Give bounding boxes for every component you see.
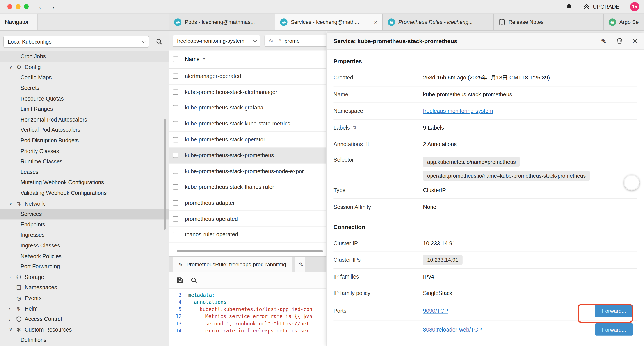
tab-prometheus-rules[interactable]: ⎈ Prometheus Rules - icecheng... xyxy=(383,13,494,30)
sidebar-item-vertical-pod-autoscalers[interactable]: Vertical Pod Autoscalers xyxy=(0,125,169,135)
close-tab-icon[interactable]: × xyxy=(371,18,378,25)
port-link-9090[interactable]: 9090/TCP xyxy=(423,308,448,314)
avatar[interactable] xyxy=(624,175,640,190)
dock-tab-prometheusrule[interactable]: ✎ PrometheusRule: freeleaps-prod-rabbitm… xyxy=(172,257,292,272)
table-row[interactable]: alertmanager-operated xyxy=(169,68,326,84)
row-checkbox[interactable] xyxy=(173,232,178,237)
sidebar-item-namespaces[interactable]: ❏ Namespaces xyxy=(0,282,169,293)
sidebar-search-icon[interactable] xyxy=(154,36,164,46)
upgrade-button[interactable]: UPGRADE xyxy=(583,3,619,10)
row-checkbox[interactable] xyxy=(173,200,178,205)
sidebar-item-events[interactable]: ◷ Events xyxy=(0,293,169,303)
forward-icon[interactable]: → xyxy=(47,3,58,10)
navigator-zone: Navigator xyxy=(0,13,169,30)
navigator-sidebar: Local Kubeconfigs Cron Jobs ∨ ⚙ Config C… xyxy=(0,31,169,346)
table-row-selected[interactable]: kube-prometheus-stack-prometheus xyxy=(169,148,326,163)
namespace-select[interactable]: freeleaps-monitoring-system xyxy=(172,34,260,46)
back-icon[interactable]: ← xyxy=(36,3,47,10)
table-row[interactable]: prometheus-operated xyxy=(169,211,326,227)
sidebar-item-config-maps[interactable]: Config Maps xyxy=(0,72,169,83)
line-number: 3 xyxy=(169,292,186,298)
close-window-button[interactable] xyxy=(8,4,12,9)
minimize-window-button[interactable] xyxy=(16,4,20,9)
row-checkbox[interactable] xyxy=(173,184,178,190)
sidebar-item-network[interactable]: ∨ ⇅ Network xyxy=(0,198,169,209)
sidebar-item-resource-quotas[interactable]: Resource Quotas xyxy=(0,93,169,104)
sidebar-item-storage[interactable]: › ⛁ Storage xyxy=(0,272,169,282)
sidebar-scrollbar[interactable] xyxy=(164,119,166,230)
custom-resources-icon: ✱ xyxy=(16,327,24,333)
table-row[interactable]: kube-prometheus-stack-kube-state-metrics xyxy=(169,116,326,132)
sidebar-item-custom-resources[interactable]: ∨ ✱ Custom Resources xyxy=(0,324,169,335)
table-row[interactable]: prometheus-adapter xyxy=(169,195,326,211)
config-icon: ⚙ xyxy=(16,64,24,70)
row-checkbox[interactable] xyxy=(173,89,178,95)
tab-argo[interactable]: ⎈ Argo Se xyxy=(604,13,644,30)
row-checkbox[interactable] xyxy=(173,169,178,174)
code-line: metadata: xyxy=(186,292,215,298)
table-row[interactable]: kube-prometheus-stack-thanos-ruler xyxy=(169,179,326,195)
table-row[interactable]: thanos-ruler-operated xyxy=(169,227,326,243)
sidebar-item-cron-jobs[interactable]: Cron Jobs xyxy=(0,51,169,62)
horizontal-scrollbar[interactable] xyxy=(177,250,323,252)
regex-toggle[interactable]: .* xyxy=(278,38,281,43)
column-header-name[interactable]: Name xyxy=(185,56,200,62)
row-checkbox[interactable] xyxy=(173,137,178,142)
row-checkbox[interactable] xyxy=(173,74,178,79)
sidebar-item-definitions[interactable]: Definitions xyxy=(0,335,169,345)
port-link-8080-reloader-web[interactable]: 8080:reloader-web/TCP xyxy=(423,327,482,333)
tab-pods[interactable]: ⎈ Pods - icecheng@mathmas... xyxy=(169,13,275,30)
code-line: Metrics service error rate is {{ $va xyxy=(186,314,312,319)
expand-labels-icon[interactable]: ⇅ xyxy=(353,125,356,130)
sidebar-item-horizontal-pod-autoscalers[interactable]: Horizontal Pod Autoscalers xyxy=(0,114,169,125)
table-row[interactable]: kube-prometheus-stack-alertmanager xyxy=(169,84,326,100)
forward-button[interactable]: Forward... xyxy=(595,305,633,317)
events-clock-icon: ◷ xyxy=(16,295,24,301)
sidebar-item-validating-webhook-configurations[interactable]: Validating Webhook Configurations xyxy=(0,188,169,198)
sidebar-item-secrets[interactable]: Secrets xyxy=(0,83,169,93)
expand-annotations-icon[interactable]: ⇅ xyxy=(366,142,369,147)
sidebar-item-network-policies[interactable]: Network Policies xyxy=(0,251,169,261)
kubeconfig-select[interactable]: Local Kubeconfigs xyxy=(3,35,149,47)
save-icon[interactable] xyxy=(177,277,183,283)
match-case-toggle[interactable]: Aa xyxy=(268,38,275,43)
table-row[interactable]: kube-prometheus-stack-grafana xyxy=(169,100,326,116)
notification-badge[interactable]: 15 xyxy=(630,2,639,11)
sidebar-item-config[interactable]: ∨ ⚙ Config xyxy=(0,62,169,72)
sidebar-item-ingresses[interactable]: Ingresses xyxy=(0,230,169,240)
namespace-link[interactable]: freeleaps-monitoring-system xyxy=(423,108,493,114)
sidebar-item-access-control[interactable]: › Access Control xyxy=(0,314,169,324)
search-input[interactable]: Aa .* prome xyxy=(264,34,326,46)
row-checkbox[interactable] xyxy=(173,121,178,126)
close-drawer-icon[interactable]: × xyxy=(632,36,638,46)
select-all-checkbox[interactable] xyxy=(173,57,178,62)
sidebar-item-limit-ranges[interactable]: Limit Ranges xyxy=(0,104,169,114)
sidebar-item-helm[interactable]: › ⎈ Helm xyxy=(0,303,169,314)
sidebar-item-leases[interactable]: Leases xyxy=(0,167,169,177)
sidebar-item-mutating-webhook-configurations[interactable]: Mutating Webhook Configurations xyxy=(0,177,169,188)
forward-button[interactable]: Forward... xyxy=(595,323,633,336)
sidebar-item-services[interactable]: Services xyxy=(0,209,169,219)
edit-pencil-icon[interactable]: ✎ xyxy=(601,37,606,45)
editor-search-icon[interactable] xyxy=(190,277,197,283)
sidebar-item-endpoints[interactable]: Endpoints xyxy=(0,219,169,230)
row-checkbox[interactable] xyxy=(173,153,178,158)
row-checkbox[interactable] xyxy=(173,105,178,111)
dock-tab-next[interactable]: ✎ xyxy=(295,257,305,272)
sidebar-item-port-forwarding[interactable]: Port Forwarding xyxy=(0,261,169,272)
yaml-editor[interactable]: 3metadata: 4annotations: 5kubectl.kubern… xyxy=(169,289,326,346)
tab-services[interactable]: ⎈ Services - icecheng@math... × xyxy=(275,13,383,30)
table-row[interactable]: kube-prometheus-stack-prometheus-node-ex… xyxy=(169,164,326,179)
zoom-window-button[interactable] xyxy=(24,4,29,9)
sidebar-item-runtime-classes[interactable]: Runtime Classes xyxy=(0,156,169,167)
sidebar-item-priority-classes[interactable]: Priority Classes xyxy=(0,146,169,156)
sidebar-item-ingress-classes[interactable]: Ingress Classes xyxy=(0,240,169,251)
row-checkbox[interactable] xyxy=(173,216,178,221)
table-row[interactable]: kube-prometheus-stack-operator xyxy=(169,132,326,148)
tab-release-notes[interactable]: Release Notes xyxy=(494,13,604,30)
chevron-down-icon xyxy=(142,39,146,43)
search-value: prome xyxy=(284,37,300,43)
bell-icon[interactable] xyxy=(566,3,572,10)
delete-trash-icon[interactable] xyxy=(616,38,622,44)
sidebar-item-pod-disruption-budgets[interactable]: Pod Disruption Budgets xyxy=(0,135,169,146)
